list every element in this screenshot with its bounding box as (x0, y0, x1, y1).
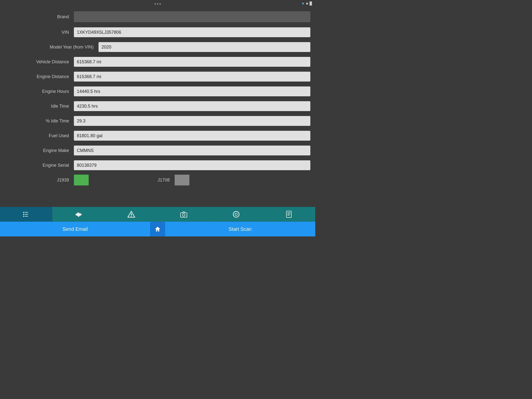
vehicle-distance-label: Vehicle Distance (5, 59, 74, 65)
idle-time-row: Idle Time 4230.5 hrs (5, 100, 310, 112)
engine-make-row: Engine Make CMMNS (5, 144, 310, 157)
svg-rect-11 (78, 216, 79, 217)
toolbar-checklist-button[interactable] (0, 207, 52, 222)
bluetooth-icon: ★ (301, 1, 305, 5)
status-bar: ★ ■ ▉ (0, 0, 315, 8)
dot-2 (157, 3, 158, 5)
j1939-indicator (74, 175, 89, 185)
engine-hours-row: Engine Hours 14440.5 hrs (5, 85, 310, 98)
j1939-row: J1939 J1708 (5, 174, 310, 186)
engine-serial-value: 80138379 (74, 160, 310, 170)
bottom-toolbar (0, 207, 315, 222)
j1708-indicator (175, 175, 189, 185)
toolbar-warning-button[interactable] (105, 207, 158, 222)
brand-label: Brand (5, 14, 74, 19)
svg-point-19 (235, 213, 237, 216)
brand-value (74, 11, 310, 22)
svg-rect-6 (77, 213, 81, 216)
engine-hours-label: Engine Hours (5, 89, 74, 94)
toolbar-engine-button[interactable] (52, 207, 105, 222)
model-year-row: Model Year (from VIN) 2020 (5, 41, 310, 53)
engine-distance-row: Engine Distance 615368.7 mi (5, 70, 310, 83)
signal-icon: ■ (306, 1, 308, 5)
svg-rect-8 (81, 214, 82, 215)
home-button[interactable] (150, 222, 165, 236)
pct-idle-time-label: % Idle Time (5, 118, 74, 124)
svg-marker-24 (155, 227, 160, 232)
status-dots (154, 3, 161, 5)
svg-point-15 (131, 216, 132, 217)
model-year-value: 2020 (99, 42, 310, 52)
fuel-used-row: Fuel Used 81801.80 gal (5, 130, 310, 142)
model-year-label: Model Year (from VIN) (5, 45, 99, 50)
fuel-used-label: Fuel Used (5, 133, 74, 138)
dot-1 (154, 3, 156, 5)
send-email-button[interactable]: Send Email (0, 222, 150, 236)
main-content: Brand VIN 1XKYD49X5LJ357806 Model Year (… (0, 8, 315, 207)
engine-make-label: Engine Make (5, 148, 74, 153)
svg-point-17 (183, 214, 185, 216)
engine-make-value: CMMNS (74, 146, 310, 155)
vin-label: VIN (5, 30, 74, 35)
engine-hours-value: 14440.5 hrs (74, 86, 310, 96)
camera-icon (180, 210, 188, 218)
battery-icon: ▉ (310, 1, 312, 5)
engine-icon (75, 210, 83, 218)
svg-rect-0 (23, 212, 24, 213)
svg-rect-7 (76, 214, 77, 215)
vehicle-distance-row: Vehicle Distance 615368.7 mi (5, 56, 310, 68)
svg-rect-5 (25, 216, 28, 216)
status-icons: ★ ■ ▉ (301, 1, 312, 5)
dot-3 (159, 3, 161, 5)
svg-rect-9 (78, 212, 79, 213)
engine-distance-value: 615368.7 mi (74, 72, 310, 82)
action-bar: Send Email Start Scan (0, 222, 315, 236)
toolbar-tire-button[interactable] (210, 207, 263, 222)
pct-idle-time-value: 29.3 (74, 116, 310, 126)
warning-icon (127, 210, 135, 218)
pct-idle-time-row: % Idle Time 29.3 (5, 115, 310, 127)
svg-rect-14 (131, 213, 132, 216)
vin-value: 1XKYD49X5LJ357806 (74, 27, 310, 37)
j1708-label: J1708 (158, 178, 170, 183)
start-scan-button[interactable]: Start Scan (165, 222, 315, 236)
engine-serial-row: Engine Serial 80138379 (5, 159, 310, 171)
toolbar-notes-button[interactable] (263, 207, 315, 222)
svg-rect-16 (181, 213, 187, 217)
svg-rect-12 (79, 213, 80, 215)
svg-rect-10 (79, 216, 79, 217)
svg-rect-1 (25, 212, 28, 213)
checklist-icon (22, 210, 30, 218)
brand-row: Brand (5, 10, 310, 24)
vehicle-distance-value: 615368.7 mi (74, 57, 310, 67)
notes-icon (285, 210, 293, 218)
idle-time-label: Idle Time (5, 104, 74, 109)
tire-icon (232, 210, 240, 218)
vin-row: VIN 1XKYD49X5LJ357806 (5, 26, 310, 38)
svg-rect-4 (23, 216, 24, 217)
engine-distance-label: Engine Distance (5, 74, 74, 79)
j1939-label: J1939 (5, 178, 74, 183)
svg-rect-3 (25, 214, 28, 215)
idle-time-value: 4230.5 hrs (74, 101, 310, 111)
engine-serial-label: Engine Serial (5, 163, 74, 168)
fuel-used-value: 81801.80 gal (74, 131, 310, 141)
svg-point-18 (233, 211, 239, 217)
home-icon (154, 226, 161, 232)
svg-rect-2 (23, 214, 24, 215)
toolbar-camera-button[interactable] (158, 207, 210, 222)
